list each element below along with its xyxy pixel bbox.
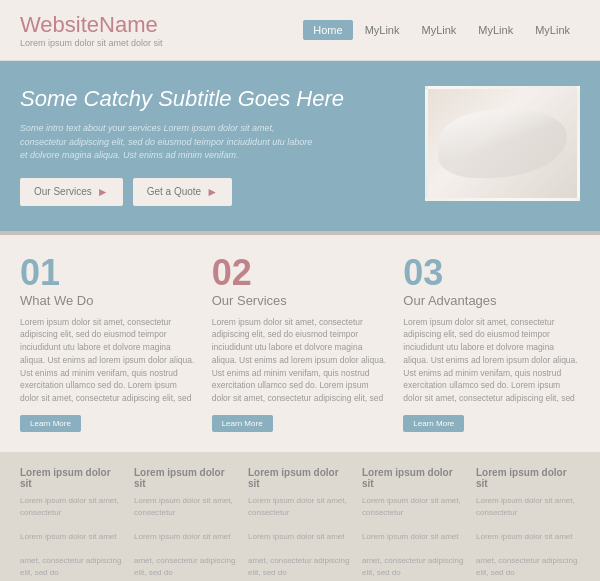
- main-nav: Home MyLink MyLink MyLink MyLink: [303, 20, 580, 40]
- service-title-2: Our Services: [212, 293, 389, 308]
- logo-text-plain: Website: [20, 12, 99, 37]
- footer-col-2: Lorem ipsum dolor sit Lorem ipsum dolor …: [134, 467, 238, 579]
- nav-item-2[interactable]: MyLink: [411, 20, 466, 40]
- get-quote-button[interactable]: Get a Quote ►: [133, 178, 232, 206]
- service-text-1: Lorem ipsum dolor sit amet, consectetur …: [20, 316, 197, 405]
- footer-col-text-2: Lorem ipsum dolor sit amet, consecteturL…: [134, 495, 238, 579]
- logo: WebsiteName Lorem ipsum dolor sit amet d…: [20, 12, 163, 48]
- our-services-button[interactable]: Our Services ►: [20, 178, 123, 206]
- footer-col-text-4: Lorem ipsum dolor sit amet, consecteturL…: [362, 495, 466, 579]
- footer-col-text-5: Lorem ipsum dolor sit amet, consecteturL…: [476, 495, 580, 579]
- hero-title: Some Catchy Subtitle Goes Here: [20, 86, 405, 112]
- hero-content: Some Catchy Subtitle Goes Here Some intr…: [20, 86, 425, 206]
- footer-col-title-5: Lorem ipsum dolor sit: [476, 467, 580, 489]
- learn-more-3[interactable]: Learn More: [403, 415, 464, 432]
- learn-more-2[interactable]: Learn More: [212, 415, 273, 432]
- footer-col-title-3: Lorem ipsum dolor sit: [248, 467, 352, 489]
- services-grid: 01 What We Do Lorem ipsum dolor sit amet…: [20, 255, 580, 432]
- learn-more-1[interactable]: Learn More: [20, 415, 81, 432]
- footer-col-1: Lorem ipsum dolor sit Lorem ipsum dolor …: [20, 467, 124, 579]
- footer-col-title-4: Lorem ipsum dolor sit: [362, 467, 466, 489]
- service-title-1: What We Do: [20, 293, 197, 308]
- service-col-3: 03 Our Advantages Lorem ipsum dolor sit …: [403, 255, 580, 432]
- footer-content: Lorem ipsum dolor sit Lorem ipsum dolor …: [0, 452, 600, 581]
- footer-col-4: Lorem ipsum dolor sit Lorem ipsum dolor …: [362, 467, 466, 579]
- logo-text-colored: Name: [99, 12, 158, 37]
- nav-item-3[interactable]: MyLink: [468, 20, 523, 40]
- service-col-1: 01 What We Do Lorem ipsum dolor sit amet…: [20, 255, 197, 432]
- service-col-2: 02 Our Services Lorem ipsum dolor sit am…: [212, 255, 389, 432]
- our-services-label: Our Services: [34, 186, 92, 197]
- service-num-1: 01: [20, 255, 197, 291]
- footer-col-title-2: Lorem ipsum dolor sit: [134, 467, 238, 489]
- logo-tagline: Lorem ipsum dolor sit amet dolor sit: [20, 38, 163, 48]
- services-section: 01 What We Do Lorem ipsum dolor sit amet…: [0, 235, 600, 452]
- nav-item-4[interactable]: MyLink: [525, 20, 580, 40]
- service-text-2: Lorem ipsum dolor sit amet, consectetur …: [212, 316, 389, 405]
- service-num-3: 03: [403, 255, 580, 291]
- arrow-icon-2: ►: [206, 185, 218, 199]
- nav-item-home[interactable]: Home: [303, 20, 352, 40]
- hero-section: Some Catchy Subtitle Goes Here Some intr…: [0, 61, 600, 231]
- service-title-3: Our Advantages: [403, 293, 580, 308]
- hero-text: Some intro text about your services Lore…: [20, 122, 320, 163]
- logo-name: WebsiteName: [20, 12, 163, 38]
- service-text-3: Lorem ipsum dolor sit amet, consectetur …: [403, 316, 580, 405]
- footer-col-3: Lorem ipsum dolor sit Lorem ipsum dolor …: [248, 467, 352, 579]
- nav-item-1[interactable]: MyLink: [355, 20, 410, 40]
- hero-buttons: Our Services ► Get a Quote ►: [20, 178, 405, 206]
- hero-image: [425, 86, 580, 201]
- footer-col-text-3: Lorem ipsum dolor sit amet, consecteturL…: [248, 495, 352, 579]
- footer-col-5: Lorem ipsum dolor sit Lorem ipsum dolor …: [476, 467, 580, 579]
- service-num-2: 02: [212, 255, 389, 291]
- header: WebsiteName Lorem ipsum dolor sit amet d…: [0, 0, 600, 61]
- get-quote-label: Get a Quote: [147, 186, 201, 197]
- footer-col-title-1: Lorem ipsum dolor sit: [20, 467, 124, 489]
- footer-grid: Lorem ipsum dolor sit Lorem ipsum dolor …: [20, 467, 580, 579]
- footer-col-text-1: Lorem ipsum dolor sit amet, consecteturL…: [20, 495, 124, 579]
- arrow-icon: ►: [97, 185, 109, 199]
